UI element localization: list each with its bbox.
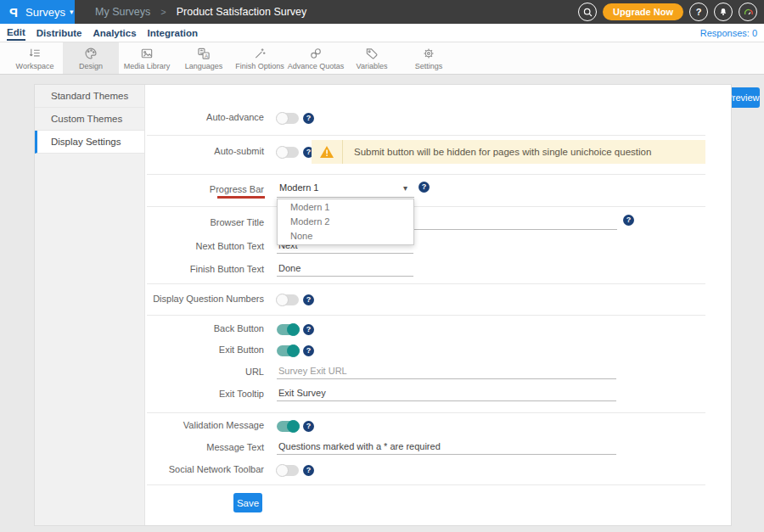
- auto-submit-label: Auto-submit: [111, 146, 264, 156]
- dropdown-option-none[interactable]: None: [278, 229, 413, 244]
- next-button-text-label: Next Button Text: [111, 241, 264, 251]
- exit-url-input[interactable]: [277, 362, 616, 379]
- finish-button-text-input[interactable]: [277, 260, 413, 277]
- toolbar-design-label: Design: [79, 62, 103, 70]
- toolbar-variables[interactable]: Variables: [344, 42, 400, 74]
- help-icon[interactable]: ?: [689, 3, 708, 21]
- tag-icon: [365, 47, 379, 60]
- toolbar-languages[interactable]: A Languages: [176, 42, 232, 74]
- social-network-toolbar-help-icon[interactable]: ?: [303, 465, 314, 476]
- row-divider: [147, 283, 705, 284]
- tab-integration[interactable]: Integration: [148, 26, 198, 40]
- toolbar-finish-options-label: Finish Options: [235, 62, 284, 70]
- toggle-knob: [287, 323, 300, 336]
- validation-message-label: Validation Message: [111, 420, 264, 430]
- dropdown-option-modern-1[interactable]: Modern 1: [278, 200, 413, 215]
- back-button-help-icon[interactable]: ?: [303, 324, 314, 335]
- toggle-knob: [276, 294, 289, 306]
- chevron-down-icon: ▾: [403, 183, 407, 193]
- header-actions: Upgrade Now ?: [578, 0, 757, 24]
- toggle-knob: [287, 344, 300, 357]
- chevron-down-icon: ▾: [70, 8, 74, 16]
- message-text-label: Message Text: [111, 442, 264, 452]
- responses-count[interactable]: Responses: 0: [700, 28, 757, 38]
- image-icon: [140, 47, 154, 60]
- validation-message-toggle[interactable]: [277, 421, 299, 432]
- browser-title-label: Browser Title: [111, 217, 264, 227]
- search-icon[interactable]: [578, 3, 597, 21]
- progress-bar-label: Progress Bar: [111, 184, 264, 194]
- warning-text: Submit button will be hidden for pages w…: [354, 147, 651, 157]
- row-divider: [147, 412, 705, 413]
- chain-links-icon: [309, 47, 323, 60]
- design-toolbar: Workspace Design Media Library A Languag…: [0, 42, 764, 75]
- exit-button-label: Exit Button: [111, 344, 264, 355]
- progress-bar-help-icon[interactable]: ?: [419, 182, 430, 193]
- toggle-knob: [287, 420, 300, 433]
- sidebar-item-standard-themes[interactable]: Standard Themes: [35, 85, 144, 108]
- row-divider: [147, 206, 705, 207]
- display-question-numbers-help-icon[interactable]: ?: [303, 294, 314, 305]
- breadcrumb-separator: >: [160, 7, 166, 17]
- message-text-input[interactable]: [277, 438, 616, 455]
- breadcrumb-my-surveys[interactable]: My Surveys: [95, 6, 150, 18]
- toolbar-advance-quotas-label: Advance Quotas: [288, 62, 345, 70]
- top-header: P Surveys ▾ My Surveys > Product Satisfa…: [0, 0, 764, 24]
- questionpro-logo-icon: P: [9, 5, 18, 20]
- progress-bar-dropdown: Modern 1 Modern 2 None: [277, 199, 414, 245]
- toggle-knob: [276, 464, 289, 477]
- back-button-toggle[interactable]: [277, 324, 299, 335]
- warning-triangle-icon: [319, 145, 334, 159]
- row-divider: [147, 174, 705, 175]
- social-network-toolbar-toggle[interactable]: [277, 465, 299, 476]
- toggle-knob: [276, 146, 289, 159]
- toolbar-settings-label: Settings: [415, 62, 443, 70]
- auto-submit-toggle[interactable]: [277, 147, 299, 158]
- palette-icon: [84, 47, 98, 60]
- auto-advance-toggle[interactable]: [277, 113, 299, 124]
- gear-icon: [422, 47, 435, 60]
- toolbar-finish-options[interactable]: Finish Options: [232, 42, 288, 74]
- breadcrumb-current: Product Satisfaction Survey: [177, 6, 307, 18]
- magic-wand-icon: [253, 47, 267, 60]
- toolbar-settings[interactable]: Settings: [401, 42, 457, 74]
- tab-distribute[interactable]: Distribute: [37, 26, 82, 40]
- breadcrumb: My Surveys > Product Satisfaction Survey: [95, 0, 306, 24]
- toolbar-variables-label: Variables: [357, 62, 388, 70]
- row-divider: [147, 315, 705, 316]
- exit-button-toggle[interactable]: [277, 345, 299, 356]
- row-divider: [147, 135, 705, 136]
- browser-title-help-icon[interactable]: ?: [623, 215, 634, 226]
- exit-button-help-icon[interactable]: ?: [303, 345, 314, 356]
- row-divider: [147, 484, 705, 485]
- social-network-toolbar-label: Social Network Toolbar: [111, 464, 264, 474]
- display-question-numbers-toggle[interactable]: [277, 294, 299, 305]
- tab-analytics[interactable]: Analytics: [93, 26, 136, 40]
- dropdown-option-modern-2[interactable]: Modern 2: [278, 215, 413, 229]
- auto-advance-label: Auto-advance: [111, 112, 264, 122]
- toolbar-advance-quotas[interactable]: Advance Quotas: [288, 42, 344, 74]
- auto-submit-warning-banner: Submit button will be hidden for pages w…: [312, 140, 705, 164]
- workspace-list-icon: [28, 47, 42, 60]
- progress-bar-selected-value: Modern 1: [279, 182, 318, 193]
- exit-tooltip-input[interactable]: [277, 384, 616, 401]
- toolbar-media-library[interactable]: Media Library: [119, 42, 175, 74]
- notifications-bell-icon[interactable]: [714, 3, 733, 21]
- progress-bar-select[interactable]: Modern 1 ▾: [277, 180, 414, 198]
- save-button[interactable]: Save: [233, 493, 262, 512]
- toolbar-design[interactable]: Design: [63, 42, 119, 74]
- exit-url-label: URL: [111, 367, 264, 377]
- display-settings-panel: Standard Themes Custom Themes Display Se…: [34, 84, 732, 526]
- product-switcher[interactable]: P Surveys ▾: [0, 0, 75, 24]
- toolbar-workspace[interactable]: Workspace: [7, 42, 63, 74]
- progress-bar-annotation-underline: [217, 196, 265, 199]
- back-button-label: Back Button: [111, 323, 264, 333]
- tab-edit[interactable]: Edit: [7, 25, 25, 41]
- validation-message-help-icon[interactable]: ?: [303, 421, 314, 432]
- translate-icon: A: [197, 47, 211, 60]
- license-gauge-icon[interactable]: [739, 3, 757, 21]
- upgrade-now-button[interactable]: Upgrade Now: [603, 3, 683, 20]
- toolbar-workspace-label: Workspace: [16, 62, 54, 70]
- auto-advance-help-icon[interactable]: ?: [303, 113, 314, 124]
- toolbar-languages-label: Languages: [185, 62, 223, 70]
